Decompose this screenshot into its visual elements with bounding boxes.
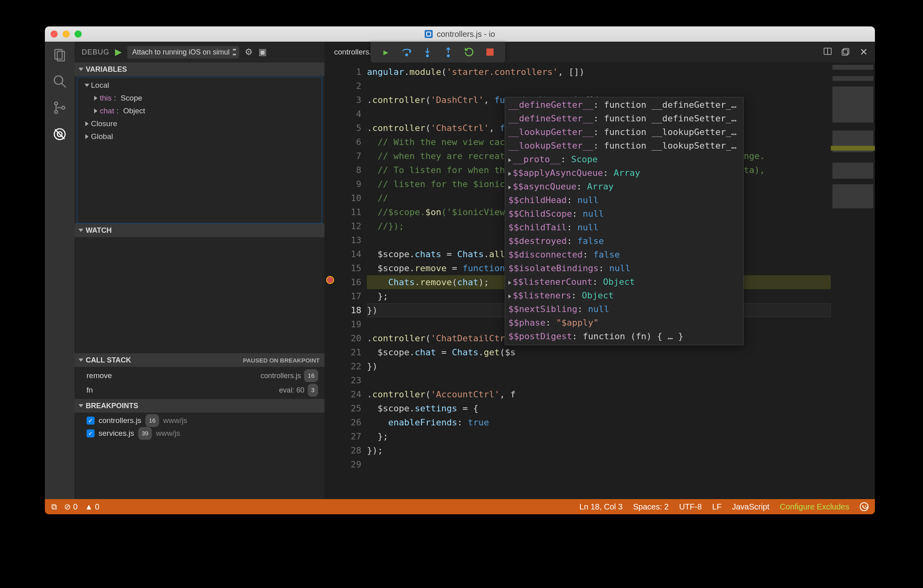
breakpoint-marker-icon[interactable] (326, 276, 334, 284)
editor-group: controllers.js ▶ ✕ 1234567891011121 (324, 42, 875, 499)
variables-scope-global[interactable]: Global (81, 130, 322, 143)
breakpoint-row[interactable]: ✓services.js39www/js (78, 427, 324, 440)
status-position[interactable]: Ln 18, Col 3 (579, 502, 623, 511)
breakpoints-header[interactable]: BREAKPOINTS (75, 399, 324, 413)
breakpoints-body: ✓controllers.js16www/js ✓services.js39ww… (75, 413, 324, 441)
callstack-frame[interactable]: fneval: 603 (78, 383, 324, 397)
vscode-window: controllers.js - io DEBUG ▶ Attach to ru… (45, 26, 875, 514)
svg-point-4 (54, 102, 58, 105)
variables-scope-closure[interactable]: Closure (81, 117, 322, 130)
start-debug-button[interactable]: ▶ (115, 47, 122, 57)
checkbox-icon[interactable]: ✓ (87, 417, 95, 425)
status-feedback-icon[interactable]: ⧉ (51, 502, 57, 511)
traffic-lights (50, 30, 82, 38)
svg-rect-18 (842, 50, 848, 55)
step-over-button[interactable] (401, 46, 412, 58)
callstack-header[interactable]: CALL STACKPAUSED ON BREAKPOINT (75, 353, 324, 367)
debug-console-icon[interactable]: ▣ (258, 47, 267, 57)
debug-hover-widget[interactable]: __defineGetter__: function __defineGette… (505, 97, 744, 345)
zoom-window-button[interactable] (75, 30, 82, 38)
status-eol[interactable]: LF (712, 502, 721, 511)
callstack-body: removecontrollers.js16 fneval: 603 (75, 367, 324, 399)
close-tab-button[interactable]: ✕ (860, 46, 868, 58)
code-area[interactable]: 1234567891011121314151617181920212223242… (324, 62, 875, 499)
variables-header[interactable]: VARIABLES (75, 62, 324, 76)
svg-line-3 (62, 83, 66, 88)
status-spaces[interactable]: Spaces: 2 (633, 502, 669, 511)
continue-button[interactable]: ▶ (380, 46, 391, 58)
debug-panel: DEBUG ▶ Attach to running iOS on simul ⚙… (75, 42, 324, 499)
status-excludes[interactable]: Configure Excludes (780, 502, 849, 511)
app-icon (425, 30, 433, 38)
git-icon[interactable] (52, 100, 67, 115)
svg-point-14 (447, 55, 449, 57)
restart-button[interactable] (464, 46, 475, 58)
step-out-button[interactable] (443, 46, 454, 58)
watch-header[interactable]: WATCH (75, 224, 324, 237)
svg-point-5 (54, 111, 58, 114)
split-editor-icon[interactable] (823, 46, 832, 58)
step-into-button[interactable] (422, 46, 433, 58)
breakpoint-row[interactable]: ✓controllers.js16www/js (78, 414, 324, 427)
explorer-icon[interactable] (52, 47, 67, 62)
status-encoding[interactable]: UTF-8 (679, 502, 702, 511)
activity-bar (45, 42, 75, 499)
svg-point-2 (54, 76, 63, 85)
tab-bar: controllers.js ▶ ✕ (324, 42, 875, 62)
debug-toolbar[interactable]: ▶ (371, 42, 505, 62)
status-bar: ⧉ ⊘ 0 ▲ 0 Ln 18, Col 3 Spaces: 2 UTF-8 L… (45, 499, 875, 514)
variables-scope-local[interactable]: Local (81, 79, 322, 92)
line-number-gutter: 1234567891011121314151617181920212223242… (337, 62, 367, 499)
svg-line-8 (55, 129, 64, 139)
debug-config-select[interactable]: Attach to running iOS on simul (127, 46, 239, 58)
svg-point-6 (62, 106, 65, 109)
status-warnings[interactable]: ▲ 0 (85, 502, 99, 511)
variables-body: Local this: Scope chat: Object Closure G… (77, 77, 322, 224)
debug-config-gear-icon[interactable]: ⚙ (245, 47, 253, 57)
breakpoint-gutter[interactable] (324, 62, 337, 499)
window-title: controllers.js - io (437, 30, 495, 39)
variable-row[interactable]: this: Scope (81, 92, 322, 105)
stop-button[interactable] (484, 46, 496, 58)
search-icon[interactable] (52, 74, 67, 89)
variable-row[interactable]: chat: Object (81, 105, 322, 117)
checkbox-icon[interactable]: ✓ (87, 429, 95, 437)
svg-rect-17 (843, 48, 849, 54)
callstack-frame[interactable]: removecontrollers.js16 (78, 369, 324, 383)
more-icon[interactable] (841, 46, 851, 58)
svg-point-12 (427, 55, 429, 57)
panel-title: DEBUG (82, 48, 109, 56)
minimize-window-button[interactable] (62, 30, 70, 38)
svg-point-10 (406, 54, 408, 56)
title-bar: controllers.js - io (45, 26, 875, 42)
feedback-smile-icon[interactable] (860, 502, 869, 511)
minimap[interactable] (831, 62, 875, 499)
close-window-button[interactable] (50, 30, 58, 38)
status-errors[interactable]: ⊘ 0 (64, 502, 78, 511)
debug-icon[interactable] (52, 127, 67, 142)
watch-body (75, 237, 324, 353)
status-language[interactable]: JavaScript (732, 502, 769, 511)
